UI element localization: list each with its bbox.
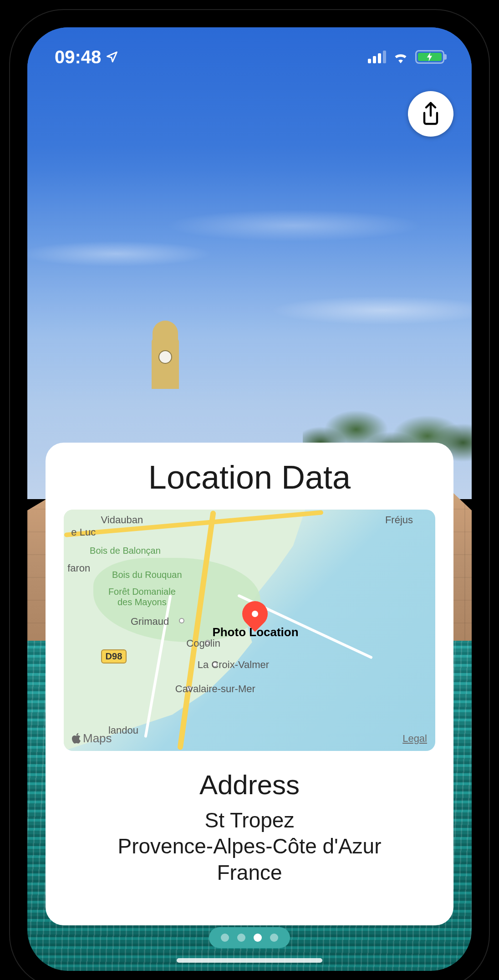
page-dot-3[interactable] bbox=[270, 934, 278, 942]
map-place-label: Grimaud bbox=[131, 616, 169, 628]
map-place-label: Cavalaire-sur-Mer bbox=[175, 683, 255, 695]
apple-logo-icon bbox=[71, 732, 81, 744]
map-provider-logo: Maps bbox=[71, 731, 112, 745]
charging-bolt-icon bbox=[427, 52, 433, 61]
address-line-2: Provence-Alpes-Côte d'Azur bbox=[64, 833, 435, 860]
status-bar: 09:48 bbox=[27, 27, 472, 77]
map-place-label: e Luc bbox=[71, 526, 96, 538]
map-place-label: La Croix-Valmer bbox=[198, 659, 269, 671]
page-control[interactable] bbox=[209, 927, 290, 948]
battery-icon bbox=[415, 50, 444, 64]
screen: 09:48 bbox=[27, 27, 472, 971]
share-icon bbox=[420, 101, 442, 127]
map-place-label: landou bbox=[108, 725, 138, 736]
page-dot-2[interactable] bbox=[254, 934, 262, 942]
map-place-label: Vidauban bbox=[101, 514, 143, 526]
page-dot-1[interactable] bbox=[237, 934, 245, 942]
location-card: Location Data Vidauban e Luc Fréjus faro… bbox=[46, 443, 453, 925]
map-view[interactable]: Vidauban e Luc Fréjus faron Bois de Balo… bbox=[64, 510, 435, 751]
map-place-label: Forêt Domaniale des Mayons bbox=[108, 587, 176, 607]
map-place-label: Bois du Rouquan bbox=[112, 570, 182, 580]
status-left: 09:48 bbox=[55, 47, 118, 67]
status-time: 09:48 bbox=[55, 47, 101, 67]
cellular-signal-icon bbox=[368, 51, 386, 63]
share-button[interactable] bbox=[408, 91, 453, 137]
wifi-icon bbox=[392, 51, 409, 63]
map-legal-link[interactable]: Legal bbox=[402, 733, 427, 745]
map-route-badge: D98 bbox=[101, 649, 127, 664]
address-line-3: France bbox=[64, 860, 435, 886]
map-place-label: Fréjus bbox=[385, 514, 413, 526]
location-arrow-icon bbox=[106, 51, 118, 63]
map-pin-label: Photo Location bbox=[212, 625, 298, 639]
card-title: Location Data bbox=[64, 459, 435, 496]
status-right bbox=[368, 50, 444, 64]
device-frame: 09:48 bbox=[9, 9, 490, 980]
home-indicator[interactable] bbox=[177, 958, 322, 963]
address-title: Address bbox=[64, 769, 435, 801]
address-line-1: St Tropez bbox=[64, 807, 435, 834]
address-section: Address St Tropez Provence-Alpes-Côte d'… bbox=[64, 769, 435, 886]
map-place-label: faron bbox=[67, 562, 90, 574]
map-place-label: Bois de Balonçan bbox=[90, 546, 161, 556]
page-dot-0[interactable] bbox=[221, 934, 229, 942]
